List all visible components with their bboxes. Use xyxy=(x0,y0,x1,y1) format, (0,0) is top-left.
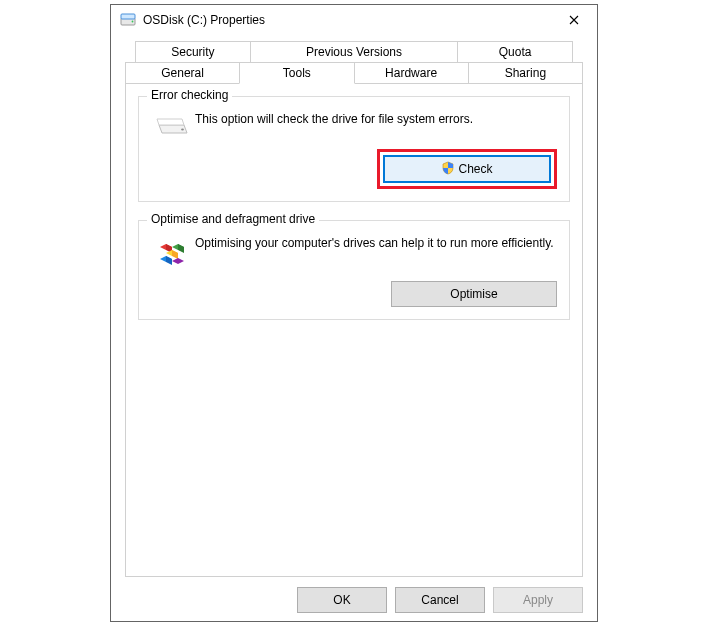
optimise-button-label: Optimise xyxy=(450,287,497,301)
tab-label: Previous Versions xyxy=(306,45,402,59)
tabs-container: Security Previous Versions Quota General xyxy=(125,41,583,577)
dialog-body: Security Previous Versions Quota General xyxy=(111,35,597,577)
svg-marker-9 xyxy=(178,244,184,253)
tab-hardware[interactable]: Hardware xyxy=(354,62,469,83)
cancel-button-label: Cancel xyxy=(421,593,458,607)
tab-label: Sharing xyxy=(505,66,546,80)
tab-label: General xyxy=(161,66,204,80)
close-button[interactable] xyxy=(551,5,597,35)
properties-dialog: OSDisk (C:) Properties Security Previous… xyxy=(110,4,598,622)
window-title: OSDisk (C:) Properties xyxy=(143,13,551,27)
svg-marker-13 xyxy=(166,256,172,265)
ok-button[interactable]: OK xyxy=(297,587,387,613)
svg-rect-1 xyxy=(121,14,135,19)
tab-quota[interactable]: Quota xyxy=(457,41,573,62)
drive-icon xyxy=(119,11,137,29)
tab-sharing[interactable]: Sharing xyxy=(468,62,583,83)
tab-label: Hardware xyxy=(385,66,437,80)
optimise-button[interactable]: Optimise xyxy=(391,281,557,307)
tab-label: Quota xyxy=(499,45,532,59)
shield-icon xyxy=(441,161,455,178)
drive-check-icon xyxy=(151,111,195,139)
group-title: Error checking xyxy=(147,88,232,102)
apply-button-label: Apply xyxy=(523,593,553,607)
tab-label: Tools xyxy=(283,66,311,80)
svg-point-5 xyxy=(181,129,184,131)
group-title: Optimise and defragment drive xyxy=(147,212,319,226)
titlebar: OSDisk (C:) Properties xyxy=(111,5,597,35)
tab-row-front: General Tools Hardware Sharing xyxy=(125,62,583,83)
apply-button[interactable]: Apply xyxy=(493,587,583,613)
svg-marker-14 xyxy=(172,258,184,264)
svg-marker-11 xyxy=(172,250,178,259)
check-button[interactable]: Check xyxy=(383,155,551,183)
svg-marker-4 xyxy=(157,119,184,125)
optimise-description: Optimising your computer's drives can he… xyxy=(195,235,557,251)
group-optimise: Optimise and defragment drive xyxy=(138,220,570,320)
defrag-icon xyxy=(151,235,195,271)
ok-button-label: OK xyxy=(333,593,350,607)
check-button-label: Check xyxy=(458,162,492,176)
tab-panel-tools: Error checking This option will check th… xyxy=(125,83,583,577)
dialog-button-row: OK Cancel Apply xyxy=(111,577,597,624)
group-error-checking: Error checking This option will check th… xyxy=(138,96,570,202)
error-checking-description: This option will check the drive for fil… xyxy=(195,111,557,127)
tab-row-back: Security Previous Versions Quota xyxy=(135,41,573,62)
tab-security[interactable]: Security xyxy=(135,41,251,62)
tab-previous-versions[interactable]: Previous Versions xyxy=(250,41,458,62)
tab-tools[interactable]: Tools xyxy=(239,62,354,84)
tab-general[interactable]: General xyxy=(125,62,240,83)
annotation-highlight: Check xyxy=(377,149,557,189)
cancel-button[interactable]: Cancel xyxy=(395,587,485,613)
svg-point-2 xyxy=(132,21,134,23)
tab-label: Security xyxy=(171,45,214,59)
